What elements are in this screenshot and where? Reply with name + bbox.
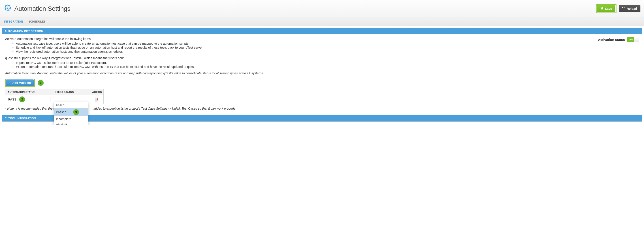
callout-2: 2 (19, 97, 25, 102)
reload-button[interactable]: Reload (619, 5, 640, 12)
add-mapping-button[interactable]: + Add Mapping (6, 80, 34, 86)
qtest-status-combo[interactable]: Failed Passed 3 Incomplete (54, 97, 88, 102)
chevron-down-icon (95, 99, 97, 100)
add-mapping-row: + Add Mapping 1 (5, 79, 639, 87)
cell-qtest-status: Failed Passed 3 Incomplete (52, 95, 90, 104)
page-title: Automation Settings (14, 5, 70, 12)
header-buttons: Save Reload (596, 4, 640, 13)
activation-status: Activation status ON (594, 37, 639, 42)
intro-bullets-2: Import TestNG XML suite into qTest as te… (5, 61, 594, 69)
list-item: View the registered automation hosts and… (16, 50, 594, 54)
intro-bullets-1: Automation test case type: users will be… (5, 41, 594, 54)
toggle-on-label: ON (627, 37, 634, 42)
intro-text: Activate Automation Integration will ena… (5, 37, 594, 76)
activation-label: Activation status (598, 38, 625, 41)
reload-button-label: Reload (626, 7, 637, 10)
mapping-label: Automation Execution Mapping: (5, 71, 50, 75)
ci-tool-integration-panel: CI TOOL INTEGRATION (2, 115, 642, 122)
qtest-status-dropdown: Failed Passed 3 Incomplete (54, 102, 88, 125)
qtest-status-input[interactable] (54, 97, 95, 102)
content: AUTOMATION INTEGRATION Activate Automati… (0, 26, 644, 125)
callout-3: 3 (73, 109, 79, 115)
add-mapping-highlight: + Add Mapping (5, 79, 35, 87)
dropdown-option-label: Passed (56, 110, 66, 114)
intro-line-2: qTest still supports the old way it inte… (5, 56, 594, 60)
mapping-table-row: 2 (5, 95, 104, 104)
save-button-label: Save (605, 7, 612, 10)
dropdown-option-blocked[interactable]: Blocked (54, 122, 88, 125)
mapping-table: AUTOMATION STATUS QTEST STATUS ACTION 2 (5, 89, 104, 104)
page-header: Automation Settings Save Reload (0, 0, 644, 17)
mapping-label-row: Automation Execution Mapping: enter the … (5, 71, 594, 75)
tabs: INTEGRATION SCHEDULES (0, 17, 644, 26)
dropdown-option-failed[interactable]: Failed (54, 102, 88, 108)
list-item: Export automation test runs / test suite… (16, 65, 594, 69)
save-button[interactable]: Save (597, 5, 616, 12)
list-item: Automation test case type: users will be… (16, 41, 594, 46)
callout-1: 1 (38, 80, 44, 86)
save-button-highlight: Save (596, 4, 617, 13)
col-header-action: ACTION (90, 89, 104, 95)
list-item: Import TestNG XML suite into qTest as te… (16, 61, 594, 65)
dropdown-option-label: Blocked (56, 123, 67, 125)
save-icon (600, 7, 605, 10)
dropdown-option-label: Incomplete (56, 117, 71, 121)
tab-integration[interactable]: INTEGRATION (4, 17, 23, 26)
svg-point-0 (7, 7, 8, 9)
automation-integration-panel: AUTOMATION INTEGRATION Activate Automati… (2, 28, 642, 113)
activation-toggle[interactable]: ON (627, 37, 639, 42)
reload-icon (622, 7, 626, 10)
dropdown-option-incomplete[interactable]: Incomplete (54, 116, 88, 122)
automation-panel-title: AUTOMATION INTEGRATION (2, 28, 642, 34)
col-header-automation-status: AUTOMATION STATUS (5, 89, 52, 95)
gear-icon (4, 4, 14, 13)
ci-panel-title: CI TOOL INTEGRATION (2, 115, 642, 121)
automation-status-input[interactable] (7, 97, 51, 102)
toggle-knob (634, 37, 639, 42)
add-mapping-label: Add Mapping (12, 81, 31, 84)
tab-schedules[interactable]: SCHEDULES (28, 17, 46, 26)
mapping-hint: enter the values of your automation exec… (50, 71, 264, 75)
note-pre: * Note: it is recommended that the us (5, 107, 56, 110)
intro-line: Activate Automation Integration will ena… (5, 37, 594, 41)
header-left: Automation Settings (4, 4, 70, 13)
dropdown-option-passed[interactable]: Passed 3 (54, 108, 88, 116)
col-header-qtest-status: QTEST STATUS (52, 89, 90, 95)
list-item: Schedule and kick off automation tests t… (16, 46, 594, 50)
mapping-table-head: AUTOMATION STATUS QTEST STATUS ACTION (5, 89, 104, 95)
note: * Note: it is recommended that the us ad… (5, 107, 639, 110)
cell-automation-status: 2 (5, 95, 52, 104)
qtest-status-dropdown-button[interactable] (95, 97, 97, 102)
dropdown-option-label: Failed (56, 103, 64, 107)
note-post: added to exception list in project's Tes… (92, 107, 236, 110)
automation-panel-body: Activate Automation Integration will ena… (2, 34, 642, 113)
intro-row: Activate Automation Integration will ena… (5, 37, 639, 76)
